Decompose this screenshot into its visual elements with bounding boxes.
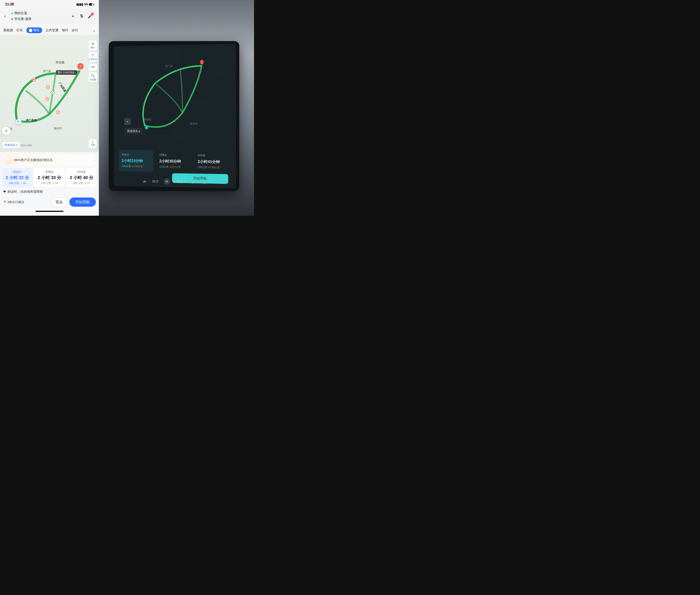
car-photo: 📶 11:28 📡 肉肉爸比 ‹ 龙门县 惠州市	[99, 0, 254, 216]
tab-taxi[interactable]: 打车	[17, 28, 23, 32]
promo-banner[interactable]: 68%用户正在解锁自驾玩法 ›	[2, 154, 97, 166]
route-label: 时间少	[3, 170, 31, 174]
network-label: 5G	[84, 3, 88, 6]
promo-text: 68%用户正在解锁自驾玩法	[14, 158, 53, 162]
route-card-3[interactable]: 时间多 2 小时 40 分 162 公里 ⚡17	[66, 168, 97, 187]
road-label: 济广高速	[26, 118, 37, 122]
route-time: 2小时41分钟	[198, 159, 228, 165]
back-button[interactable]: ‹	[3, 13, 7, 20]
tab-walk[interactable]: 步行	[72, 28, 78, 32]
city-label: 龙门县	[165, 64, 173, 68]
hazard-jam[interactable]: 堵	[56, 110, 60, 114]
hazard-badge[interactable]: ⛟	[32, 78, 36, 82]
route-card-2[interactable]: 距离短 2 小时 33 分 133 公里 ⚡14	[34, 168, 65, 187]
temp-left[interactable]: 22.0°	[152, 179, 159, 183]
phone-screenshot: 11:28 ▮▮▮▮ 5G ‹ 我的位置 学生路-道路 ＋ ⇅ 🎤1 新能源 打…	[0, 0, 99, 216]
route-sub: 133公里 ⊕107公里	[159, 165, 189, 169]
voice-button[interactable]: 🎤1	[87, 13, 93, 19]
current-location-marker	[144, 125, 149, 130]
route-time: 2 小时 40 分	[68, 175, 95, 180]
route-card-1[interactable]: 时间少 2 小时 22 分 145 公里 ⚡14	[2, 168, 33, 187]
city-label: 惠州市	[190, 122, 198, 126]
car-dock: 🚗 22.0° ❋ ‹ 22.0° › ▦ ▥	[114, 175, 236, 188]
route-label: 时间多	[198, 153, 228, 158]
map-logo: Baidu 地图	[21, 144, 32, 147]
destination-pin: 终	[78, 63, 84, 69]
weather-notice: 🌩到达时，目的地有雷阵雨	[2, 189, 97, 194]
search-icon: 🔍	[91, 74, 95, 78]
recenter-button[interactable]: ⌖	[124, 118, 131, 125]
more-button[interactable]: •••	[89, 64, 97, 71]
future-travel-button[interactable]: ⏱未来出行	[89, 52, 97, 62]
map-canvas[interactable]: 龙门县 惠州市 东莞市 学生路 广河高速 济广高速 终 预计 13:49 到达 …	[0, 35, 99, 152]
origin-field[interactable]: 我的位置	[11, 10, 68, 16]
locate-icon: ⌖	[5, 129, 7, 133]
route-time: 2 小时 33 分	[35, 175, 63, 180]
fan-button[interactable]: ❋	[164, 178, 170, 185]
defrost-front-icon[interactable]: ▦	[190, 179, 196, 185]
route-sub: 145公里 ⊕120公里	[122, 165, 150, 169]
route-label: 时间多	[68, 170, 95, 174]
pin-icon: 📍	[3, 200, 7, 204]
restrict-icon: ⊘	[92, 42, 94, 46]
route-label: 时间少	[122, 153, 150, 157]
swap-button[interactable]: ⇅	[78, 13, 85, 19]
battery-icon	[89, 3, 94, 6]
dest-label: 学生路	[56, 61, 65, 64]
route-lines	[0, 35, 99, 148]
route-preference-button[interactable]: 高速优先 ▸	[2, 142, 20, 148]
marker-icon[interactable]: ⚡	[51, 91, 54, 94]
route-label: 距离短	[35, 170, 63, 174]
city-label: 惠州市	[54, 126, 62, 131]
bottom-sheet[interactable]: 68%用户正在解锁自驾玩法 › 时间少 2 小时 22 分 145 公里 ⚡14…	[0, 152, 99, 216]
route-sub: 162公里 ⊕138公里	[198, 165, 228, 169]
defrost-rear-icon[interactable]: ▥	[201, 179, 207, 186]
tab-transit[interactable]: 公共交通	[45, 28, 58, 32]
car-route-1[interactable]: 时间少 2小时23分钟 145公里 ⊕120公里	[119, 150, 153, 172]
tab-smart[interactable]: 智行	[62, 28, 68, 32]
city-label: 龙门县	[43, 69, 51, 73]
route-sub: 162 公里 ⚡17	[68, 181, 95, 185]
radar-button[interactable]: 雷达	[51, 197, 67, 207]
eta-bubble[interactable]: 预计 13:49 到达 ›	[56, 70, 77, 75]
car-icon	[29, 29, 32, 32]
route-time: 2小时35分钟	[159, 159, 189, 164]
status-bar: 11:28 ▮▮▮▮ 5G	[0, 0, 99, 8]
route-cards: 时间少 2 小时 22 分 145 公里 ⚡14 距离短 2 小时 33 分 1…	[2, 168, 97, 187]
tab-drive[interactable]: 驾车	[26, 27, 42, 33]
car-route-2[interactable]: 距离短 2小时35分钟 133公里 ⊕107公里	[156, 150, 192, 172]
along-search-button[interactable]: 🔍沿途搜	[89, 73, 97, 82]
hazard-jam[interactable]: 堵	[46, 85, 50, 89]
city-label: 增城区	[144, 118, 152, 121]
status-time: 11:28	[5, 2, 14, 6]
more-icon: •••	[91, 65, 95, 69]
add-stop-button[interactable]: ＋	[70, 13, 76, 19]
travel-tips-button[interactable]: 📍8条出行建议	[3, 200, 24, 204]
start-nav-button[interactable]: 开始导航	[69, 197, 96, 207]
car-route-cards: 时间少 2小时23分钟 145公里 ⊕120公里 距离短 2小时35分钟 133…	[119, 150, 231, 173]
recenter-button[interactable]: ⌖	[2, 127, 10, 135]
download-button[interactable]: ⬇下载	[89, 139, 97, 148]
signal-icon: ▮▮▮▮	[77, 3, 83, 6]
car-icon[interactable]: 🚗	[141, 178, 147, 184]
storm-icon: 🌩	[3, 190, 6, 194]
hazard-fog[interactable]: 雾	[45, 97, 49, 101]
tabs-more-button[interactable]: ⌄	[93, 28, 95, 32]
destination-field[interactable]: 学生路-道路	[11, 16, 68, 22]
map-side-tools: ⊘限行 ⏱未来出行 ••• 🔍沿途搜	[89, 40, 97, 82]
route-sub: 145 公里 ⚡14	[3, 181, 31, 185]
restriction-button[interactable]: ⊘限行	[89, 40, 97, 51]
route-input-box[interactable]: 我的位置 学生路-道路 ＋ ⇅ 🎤1	[9, 8, 96, 24]
route-label: 距离短	[159, 153, 189, 157]
route-time: 2小时23分钟	[122, 158, 150, 163]
route-preference-button[interactable]: 高速优先 ▸	[125, 128, 143, 134]
clock-icon: ⏱	[91, 54, 95, 57]
current-location-marker	[16, 119, 21, 124]
route-sub: 133 公里 ⚡14	[35, 181, 63, 185]
home-indicator[interactable]	[35, 211, 63, 212]
car-route-3[interactable]: 时间多 2小时41分钟 162公里 ⊕138公里	[195, 150, 231, 173]
temp-right[interactable]: ‹ 22.0° ›	[175, 180, 185, 183]
car-screen[interactable]: 📶 11:28 📡 肉肉爸比 ‹ 龙门县 惠州市	[114, 44, 236, 188]
tab-ev[interactable]: 新能源	[3, 28, 13, 32]
car-tablet: 📶 11:28 📡 肉肉爸比 ‹ 龙门县 惠州市	[109, 41, 239, 191]
